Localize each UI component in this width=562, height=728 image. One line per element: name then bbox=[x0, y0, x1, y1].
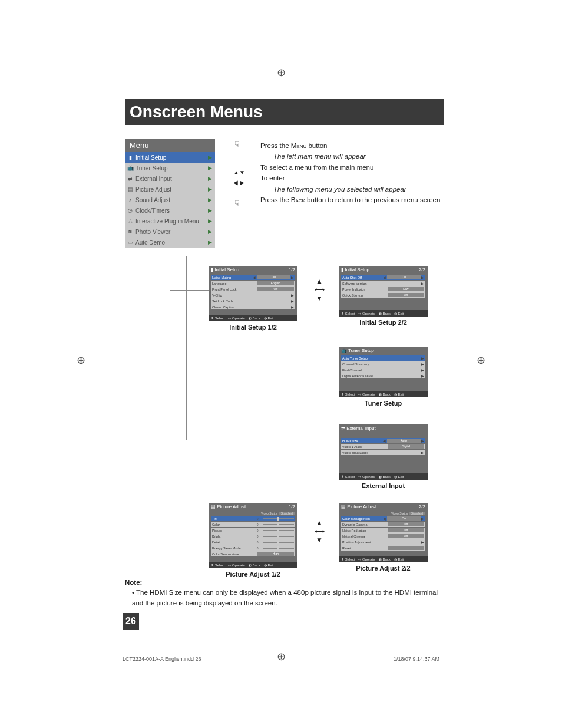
main-menu-panel: Menu ▮Initial Setup▶ 📺Tuner Setup▶ ⇄Exte… bbox=[125, 139, 215, 248]
menu-item-initial-setup[interactable]: ▮Initial Setup▶ bbox=[125, 152, 215, 163]
instructions: ☟ Press the Menu button The left main me… bbox=[260, 140, 443, 205]
registration-mark-icon: ⊕ bbox=[477, 354, 485, 367]
menu-item-clock-timers[interactable]: ◷Clock/Timers▶ bbox=[125, 205, 215, 216]
menu-item-sound-adjust[interactable]: ♪Sound Adjust▶ bbox=[125, 195, 215, 205]
nav-leftright-icon: ◀ ▶ bbox=[233, 178, 244, 187]
menu-item-tuner-setup[interactable]: 📺Tuner Setup▶ bbox=[125, 163, 215, 173]
registration-mark-icon: ⊕ bbox=[77, 354, 85, 367]
note-section: Note: • The HDMI Size menu can only be d… bbox=[125, 578, 439, 608]
registration-mark-icon: ⊕ bbox=[277, 66, 286, 79]
remote-press-icon: ☟ bbox=[234, 199, 240, 207]
page-nav-arrows: ▲⟷▼ bbox=[310, 277, 328, 302]
menu-item-picture-adjust[interactable]: ▤Picture Adjust▶ bbox=[125, 184, 215, 195]
screen-picture-adjust-1: ▤ Picture Adjust1/2 Video Status Standar… bbox=[209, 503, 297, 578]
page-number: 26 bbox=[123, 613, 139, 630]
screen-external-input: ⇄ External Input HDMI Size◀Auto▶ Video-1… bbox=[339, 424, 428, 489]
file-footer-name: LCT2224-001A-A English.indd 26 bbox=[123, 656, 201, 662]
menu-item-photo-viewer[interactable]: ◙Photo Viewer▶ bbox=[125, 226, 215, 237]
menu-item-external-input[interactable]: ⇄External Input▶ bbox=[125, 173, 215, 184]
page-title: Onscreen Menus bbox=[125, 99, 444, 125]
menu-item-auto-demo[interactable]: ▭Auto Demo▶ bbox=[125, 237, 215, 248]
page-nav-arrows: ▲⟷▼ bbox=[310, 519, 328, 544]
file-footer-time: 1/18/07 9:14:37 AM bbox=[394, 656, 439, 662]
screen-tuner-setup: 📺 Tuner Setup Auto Tuner Setup▶ Channel … bbox=[339, 347, 428, 407]
screen-initial-setup-2: ▮ Initial Setup2/2 Auto Shut Off◀On▶ Sof… bbox=[339, 266, 428, 326]
menu-item-plugin[interactable]: △Interactive Plug-in Menu▶ bbox=[125, 216, 215, 226]
registration-mark-icon: ⊕ bbox=[277, 650, 286, 663]
nav-updown-icon: ▲▼ bbox=[233, 168, 245, 177]
menu-title: Menu bbox=[125, 139, 215, 152]
screen-initial-setup-1: ▮ Initial Setup1/2 Noise Muting◀On▶ Lang… bbox=[209, 266, 297, 331]
remote-press-icon: ☟ bbox=[234, 140, 240, 149]
screen-picture-adjust-2: ▤ Picture Adjust2/2 Video Status Standar… bbox=[339, 503, 428, 572]
